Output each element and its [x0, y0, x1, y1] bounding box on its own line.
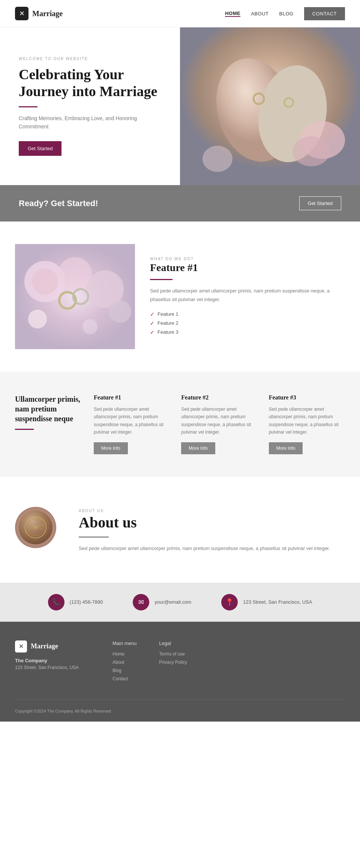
- feature-list-item-3: ✓ Feature 3: [150, 329, 345, 335]
- feature-desc: Sed pede ullamcorper amet ullamcorper pr…: [150, 287, 345, 303]
- footer-legal-title: Legal: [159, 640, 187, 646]
- nav-home[interactable]: HOME: [225, 11, 240, 17]
- feature-section: WHAT DO WE DO? Feature #1 Sed pede ullam…: [0, 222, 360, 372]
- svg-point-6: [292, 136, 330, 166]
- contact-phone-text: (123) 456-7890: [70, 599, 103, 605]
- feature-divider: [150, 279, 172, 280]
- feature-title: Feature #1: [150, 262, 345, 274]
- hero-image: [180, 27, 360, 185]
- footer: ✕ Marriage The Company 123 Street, San F…: [0, 622, 360, 722]
- cta-banner: Ready? Get Started! Get Started: [0, 185, 360, 222]
- footer-legal-menu: Legal Terms of use Privacy Policy: [159, 640, 187, 684]
- feature-card-2-btn[interactable]: More Info: [181, 442, 215, 454]
- svg-point-7: [202, 146, 232, 172]
- contact-info-section: 📞 (123) 456-7890 ✉ your@email.com 📍 123 …: [0, 583, 360, 622]
- hero-divider: [19, 106, 38, 107]
- about-img-circle: ♡W♡: [15, 507, 56, 548]
- hero-image-visual: [180, 27, 360, 185]
- feature-card-3: Feature #3 Sed pede ullamcorper amet ull…: [269, 394, 345, 454]
- about-pretitle: ABOUT US: [79, 509, 104, 513]
- svg-text:♡W♡: ♡W♡: [27, 524, 44, 530]
- about-content: ABOUT US About us Sed pede ullamcorper a…: [79, 507, 345, 553]
- svg-point-17: [109, 300, 131, 323]
- feature-pretitle: WHAT DO WE DO?: [150, 257, 194, 261]
- hero-pretitle: WELCOME TO OUR WEBSITE: [19, 57, 161, 61]
- about-img-inner: ♡W♡: [19, 511, 52, 544]
- contact-email-text: your@email.com: [154, 599, 191, 605]
- feature-content: WHAT DO WE DO? Feature #1 Sed pede ullam…: [150, 255, 345, 338]
- feature-card-1: Feature #1 Sed pede ullamcorper amet ull…: [94, 394, 170, 454]
- features-grid-title: Ullamcorper primis, nam pretium suspendi…: [15, 394, 82, 423]
- svg-point-16: [82, 319, 98, 334]
- about-section: ♡W♡ ABOUT US About us Sed pede ullamcorp…: [0, 477, 360, 583]
- navbar: ✕ Marriage HOME ABOUT BLOG CONTACT: [0, 0, 360, 27]
- features-grid-section: Ullamcorper primis, nam pretium suspendi…: [0, 372, 360, 477]
- footer-logo-icon: ✕: [15, 640, 27, 653]
- location-icon: 📍: [221, 594, 238, 610]
- footer-link-terms[interactable]: Terms of use: [159, 651, 187, 657]
- about-divider: [79, 536, 109, 538]
- logo-icon: ✕: [15, 7, 28, 20]
- feature-list-item-1: ✓ Feature 1: [150, 311, 345, 317]
- hero-title: Celebrating Your Journey into Marriage: [19, 66, 161, 100]
- about-desc: Sed pede ullamcorper amet ullamcorper pr…: [79, 544, 345, 553]
- check-icon-3: ✓: [150, 329, 154, 335]
- footer-link-contact[interactable]: Contact: [112, 676, 136, 681]
- footer-bottom: Copyright ©2024 The Company, All Rights …: [15, 699, 345, 714]
- nav-about[interactable]: ABOUT: [251, 11, 268, 17]
- phone-icon: 📞: [48, 594, 64, 610]
- hero-cta-button[interactable]: Get Started: [19, 141, 62, 156]
- footer-brand: ✕ Marriage The Company 123 Street, San F…: [15, 640, 90, 684]
- footer-address: 123 Street, San Francisco, USA: [15, 665, 90, 670]
- footer-link-privacy[interactable]: Privacy Policy: [159, 660, 187, 665]
- feature-card-1-title: Feature #1: [94, 394, 170, 401]
- nav-blog[interactable]: BLOG: [279, 11, 294, 17]
- email-icon: ✉: [133, 594, 149, 610]
- footer-copyright: Copyright ©2024 The Company, All Rights …: [15, 709, 111, 713]
- feature-card-3-desc: Sed pede ullamcorper amet ullamcorper pr…: [269, 405, 345, 436]
- svg-point-15: [28, 310, 47, 329]
- feature-list: ✓ Feature 1 ✓ Feature 2 ✓ Feature 3: [150, 311, 345, 335]
- footer-main: ✕ Marriage The Company 123 Street, San F…: [15, 640, 345, 684]
- feature-card-1-desc: Sed pede ullamcorper amet ullamcorper pr…: [94, 405, 170, 436]
- feature-card-3-btn[interactable]: More Info: [269, 442, 303, 454]
- hero-subtitle: Crafting Memories, Embracing Love, and H…: [19, 114, 161, 131]
- footer-link-blog[interactable]: Blog: [112, 668, 136, 673]
- feature-card-2-title: Feature #2: [181, 394, 257, 401]
- feature-card-2-desc: Sed pede ullamcorper amet ullamcorper pr…: [181, 405, 257, 436]
- contact-address-text: 123 Street, San Francisco, USA: [243, 599, 312, 605]
- svg-point-10: [32, 268, 58, 295]
- footer-main-menu-title: Main menu: [112, 640, 136, 646]
- nav-contact-button[interactable]: CONTACT: [304, 7, 345, 20]
- features-grid-divider: [15, 429, 34, 430]
- logo-text: Marriage: [32, 9, 63, 18]
- contact-phone-item: 📞 (123) 456-7890: [48, 594, 103, 610]
- footer-logo-text: Marriage: [31, 642, 58, 650]
- contact-address-item: 📍 123 Street, San Francisco, USA: [221, 594, 312, 610]
- footer-company: The Company: [15, 658, 90, 663]
- footer-link-home[interactable]: Home: [112, 651, 136, 657]
- nav-links: HOME ABOUT BLOG CONTACT: [225, 7, 345, 20]
- hero-section: WELCOME TO OUR WEBSITE Celebrating Your …: [0, 27, 360, 185]
- cta-banner-button[interactable]: Get Started: [299, 196, 341, 210]
- footer-logo: ✕ Marriage: [15, 640, 90, 653]
- contact-email-item: ✉ your@email.com: [133, 594, 191, 610]
- footer-link-about[interactable]: About: [112, 660, 136, 665]
- features-grid-heading: Ullamcorper primis, nam pretium suspendi…: [15, 394, 82, 430]
- feature-image: [15, 244, 135, 349]
- footer-nav: Main menu Home About Blog Contact Legal …: [112, 640, 345, 684]
- logo[interactable]: ✕ Marriage: [15, 7, 63, 20]
- check-icon-2: ✓: [150, 320, 154, 326]
- feature-card-1-btn[interactable]: More Info: [94, 442, 128, 454]
- feature-card-2: Feature #2 Sed pede ullamcorper amet ull…: [181, 394, 257, 454]
- feature-card-3-title: Feature #3: [269, 394, 345, 401]
- feature-list-item-2: ✓ Feature 2: [150, 320, 345, 326]
- check-icon-1: ✓: [150, 311, 154, 317]
- hero-text: WELCOME TO OUR WEBSITE Celebrating Your …: [0, 27, 180, 185]
- footer-main-menu: Main menu Home About Blog Contact: [112, 640, 136, 684]
- about-image: ♡W♡: [15, 507, 60, 548]
- features-grid-inner: Ullamcorper primis, nam pretium suspendi…: [15, 394, 345, 454]
- cta-banner-text: Ready? Get Started!: [19, 199, 98, 208]
- about-title: About us: [79, 514, 345, 531]
- feature-image-visual: [15, 244, 135, 349]
